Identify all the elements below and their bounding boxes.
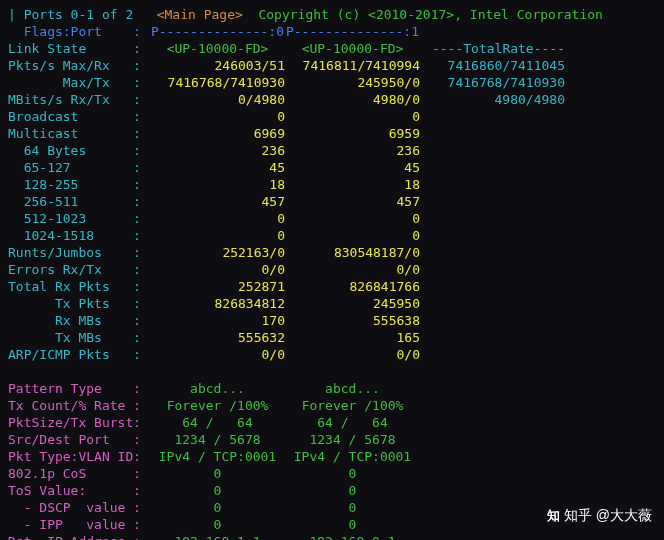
flags-row: Flags:Port : P--------------:0 P--------… bbox=[8, 23, 656, 40]
port1-value: 0 bbox=[285, 108, 420, 125]
total-value: 4980/4980 bbox=[420, 91, 565, 108]
port0-value: 0 bbox=[150, 210, 285, 227]
port1-value: 165 bbox=[285, 329, 420, 346]
row-label: 802.1p CoS bbox=[8, 465, 133, 482]
flags-port1: P--------------:1 bbox=[285, 23, 420, 40]
port1-value: 0 bbox=[285, 210, 420, 227]
row-label: MBits/s Rx/Tx bbox=[8, 91, 133, 108]
port1-value: 245950/0 bbox=[285, 74, 420, 91]
port1-value: 236 bbox=[285, 142, 420, 159]
port0-value: 252871 bbox=[150, 278, 285, 295]
row-label: 1024-1518 bbox=[8, 227, 133, 244]
stat-row: ARP/ICMP Pkts:0/00/0 bbox=[8, 346, 656, 363]
stat-row: Dst IP Address:192.168.1.1192.168.0.1 bbox=[8, 533, 656, 540]
stat-row: Pkt Type:VLAN ID:IPv4 / TCP:0001IPv4 / T… bbox=[8, 448, 656, 465]
row-label: Dst IP Address bbox=[8, 533, 133, 540]
port1-value: 245950 bbox=[285, 295, 420, 312]
stat-row: Tx MBs:555632165 bbox=[8, 329, 656, 346]
row-label: 512-1023 bbox=[8, 210, 133, 227]
port0-value: 170 bbox=[150, 312, 285, 329]
copyright-text: Copyright (c) <2010-2017>, Intel Corpora… bbox=[258, 7, 602, 22]
row-label: - DSCP value bbox=[8, 499, 133, 516]
row-label: Runts/Jumbos bbox=[8, 244, 133, 261]
port0-value: 18 bbox=[150, 176, 285, 193]
row-label: Link State bbox=[8, 40, 133, 57]
port0-value: 6969 bbox=[150, 125, 285, 142]
port1-value: 7416811/7410994 bbox=[285, 57, 420, 74]
stat-row: 256-511:457457 bbox=[8, 193, 656, 210]
port0-value: 457 bbox=[150, 193, 285, 210]
total-value: 7416768/7410930 bbox=[420, 74, 565, 91]
stat-row: Errors Rx/Tx:0/00/0 bbox=[8, 261, 656, 278]
row-label: ARP/ICMP Pkts bbox=[8, 346, 133, 363]
total-value: 7416860/7411045 bbox=[420, 57, 565, 74]
main-page: <Main Page> bbox=[157, 7, 243, 22]
stat-row: Total Rx Pkts:252871826841766 bbox=[8, 278, 656, 295]
port1-value: 0/0 bbox=[285, 346, 420, 363]
port1-value: IPv4 / TCP:0001 bbox=[285, 448, 420, 465]
flags-port0: P--------------:0 bbox=[150, 23, 285, 40]
port1-value: 457 bbox=[285, 193, 420, 210]
stat-row: 802.1p CoS:00 bbox=[8, 465, 656, 482]
port0-value: 0 bbox=[150, 465, 285, 482]
port0-value: 0/4980 bbox=[150, 91, 285, 108]
port1-value: 64 / 64 bbox=[285, 414, 420, 431]
row-label: Broadcast bbox=[8, 108, 133, 125]
stats-block: Link State:<UP-10000-FD><UP-10000-FD>---… bbox=[8, 40, 656, 363]
port0-value: 236 bbox=[150, 142, 285, 159]
row-label: Pkt Type:VLAN ID bbox=[8, 448, 133, 465]
total-value: ----TotalRate---- bbox=[420, 40, 565, 57]
port1-value: <UP-10000-FD> bbox=[285, 40, 420, 57]
port1-value: 555638 bbox=[285, 312, 420, 329]
port0-value: 64 / 64 bbox=[150, 414, 285, 431]
port0-value: <UP-10000-FD> bbox=[150, 40, 285, 57]
row-label: Total Rx Pkts bbox=[8, 278, 133, 295]
row-label: Pattern Type bbox=[8, 380, 133, 397]
row-label: Multicast bbox=[8, 125, 133, 142]
stat-row: 64 Bytes:236236 bbox=[8, 142, 656, 159]
row-label: Tx Pkts bbox=[8, 295, 133, 312]
port0-value: 1234 / 5678 bbox=[150, 431, 285, 448]
stat-row: Pkts/s Max/Rx:246003/517416811/741099474… bbox=[8, 57, 656, 74]
port0-value: 0 bbox=[150, 499, 285, 516]
stat-row: Link State:<UP-10000-FD><UP-10000-FD>---… bbox=[8, 40, 656, 57]
port0-value: 252163/0 bbox=[150, 244, 285, 261]
port1-value: 18 bbox=[285, 176, 420, 193]
port1-value: 0 bbox=[285, 499, 420, 516]
stat-row: - IPP value:00 bbox=[8, 516, 656, 533]
port1-value: 0 bbox=[285, 516, 420, 533]
port1-value: 0 bbox=[285, 482, 420, 499]
row-label: Tx Count/% Rate bbox=[8, 397, 133, 414]
port1-value: 4980/0 bbox=[285, 91, 420, 108]
stat-row: Src/Dest Port:1234 / 56781234 / 5678 bbox=[8, 431, 656, 448]
port0-value: 0 bbox=[150, 108, 285, 125]
port0-value: 7416768/7410930 bbox=[150, 74, 285, 91]
stat-row: 512-1023:00 bbox=[8, 210, 656, 227]
stat-row: Pattern Type:abcd...abcd... bbox=[8, 380, 656, 397]
row-label: Errors Rx/Tx bbox=[8, 261, 133, 278]
port1-value: 0/0 bbox=[285, 261, 420, 278]
port1-value: 6959 bbox=[285, 125, 420, 142]
header-row: | Ports 0-1 of 2 <Main Page> Copyright (… bbox=[8, 6, 656, 23]
row-label: - IPP value bbox=[8, 516, 133, 533]
stat-row: Multicast:69696959 bbox=[8, 125, 656, 142]
config-block: Pattern Type:abcd...abcd...Tx Count/% Ra… bbox=[8, 380, 656, 540]
stat-row: MBits/s Rx/Tx:0/49804980/04980/4980 bbox=[8, 91, 656, 108]
port0-value: 0 bbox=[150, 516, 285, 533]
stat-row: 1024-1518:00 bbox=[8, 227, 656, 244]
stat-row: PktSize/Tx Burst:64 / 6464 / 64 bbox=[8, 414, 656, 431]
stat-row: Broadcast:00 bbox=[8, 108, 656, 125]
port0-value: 826834812 bbox=[150, 295, 285, 312]
port1-value: 0 bbox=[285, 227, 420, 244]
stat-row: 65-127:4545 bbox=[8, 159, 656, 176]
row-label: PktSize/Tx Burst bbox=[8, 414, 133, 431]
stat-row: Runts/Jumbos:252163/0830548187/0 bbox=[8, 244, 656, 261]
port1-value: 45 bbox=[285, 159, 420, 176]
stat-row: 128-255:1818 bbox=[8, 176, 656, 193]
row-label: 128-255 bbox=[8, 176, 133, 193]
row-label: Src/Dest Port bbox=[8, 431, 133, 448]
port0-value: 555632 bbox=[150, 329, 285, 346]
ports-label: Ports 0-1 of 2 bbox=[24, 7, 134, 22]
port0-value: 0 bbox=[150, 227, 285, 244]
row-label: ToS Value: bbox=[8, 482, 133, 499]
